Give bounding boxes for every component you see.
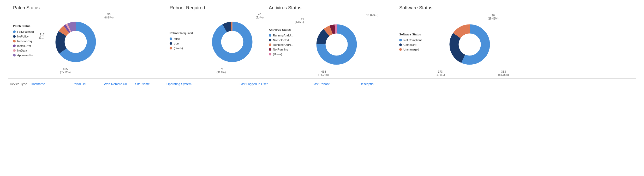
sw-legend-unmanaged: Unmanaged [399, 48, 425, 51]
legend-label-false: false [174, 37, 180, 40]
software-section: Software Status Software Status Not Comp… [394, 5, 524, 68]
col-site-name: Site Name [133, 81, 164, 87]
sw-legend-compliant: Compliant [399, 43, 425, 46]
legend-label-true: true [174, 42, 179, 45]
legend-dot-installerror [13, 45, 16, 47]
legend-label-nodata: NoData [17, 49, 27, 52]
antivirus-legend: Antivirus Status RunningAndU... NotDetec… [269, 28, 295, 56]
software-legend: Software Status Not Compliant Compliant … [399, 33, 425, 51]
dashboard: Patch Status Patch Status FullyPatched N… [0, 0, 644, 92]
label-96: 96(15.43%) [488, 14, 498, 20]
sw-label-unmanaged: Unmanaged [403, 48, 419, 51]
antivirus-section: Antivirus Status Antivirus Status Runnin… [264, 5, 394, 68]
sw-dot-compliant [399, 43, 402, 46]
legend-item-5: ApprovedPe... [13, 54, 39, 57]
legend-label-fullpatched: FullyPatched [17, 30, 34, 33]
legend-item-0: FullyPatched [13, 30, 39, 33]
software-legend-title: Software Status [399, 33, 425, 36]
col-last-reboot: Last Reboot [311, 81, 357, 87]
software-svg [446, 21, 493, 68]
reboot-legend-false: false [170, 37, 196, 40]
software-title: Software Status [399, 5, 519, 11]
sw-label-notcompliant: Not Compliant [403, 39, 422, 42]
col-description: Descriptio [357, 81, 397, 87]
label-468: 468(75.24%) [318, 70, 329, 76]
patch-status-legend: Patch Status FullyPatched NoPolicy Reboo… [13, 24, 39, 57]
patch-status-section: Patch Status Patch Status FullyPatched N… [8, 5, 164, 65]
patch-status-svg [52, 18, 99, 65]
legend-label-nopolicy: NoPolicy [17, 35, 28, 38]
legend-label-blank: (Blank) [174, 47, 183, 50]
antivirus-content: Antivirus Status RunningAndU... NotDetec… [269, 16, 389, 68]
label-55: 55(8.84%) [104, 13, 114, 19]
label-43: 43 (6.9...) [366, 13, 378, 16]
av-label-blank: (Blank) [273, 53, 282, 56]
col-device-type: Device Type [8, 81, 29, 87]
av-dot-running-u [269, 34, 271, 37]
sw-label-compliant: Compliant [403, 43, 416, 46]
col-last-user: Last Logged In User [237, 81, 311, 87]
av-label-notdetected: NotDetected [273, 39, 289, 42]
av-dot-running-n [269, 43, 271, 46]
donut-hole-sw [462, 37, 478, 52]
av-dot-notrunning [269, 48, 271, 51]
antivirus-title: Antivirus Status [269, 5, 389, 11]
reboot-donut: 46(7.4%) 571(91.8%) [209, 18, 256, 65]
table-header: Device Type Hostname Portal Url Web Remo… [8, 78, 636, 87]
antivirus-donut: 43 (6.9...) 84(13.5...) 468(75.24%) [313, 21, 360, 68]
col-os: Operating System [164, 81, 237, 87]
legend-item-2: RebootRequ... [13, 40, 39, 43]
patch-status-content: Patch Status FullyPatched NoPolicy Reboo… [13, 16, 159, 65]
reboot-svg [209, 18, 256, 65]
legend-dot-blank [170, 47, 172, 49]
antivirus-legend-title: Antivirus Status [269, 28, 295, 31]
col-portal-url[interactable]: Portal Url [70, 81, 102, 87]
sw-dot-notcompliant [399, 39, 402, 41]
reboot-required-title: Reboot Required [170, 5, 258, 11]
reboot-required-section: Reboot Required Reboot Required false tr… [164, 5, 264, 65]
legend-item-4: NoData [13, 49, 39, 52]
donut-hole [68, 34, 84, 50]
av-legend-running-n: RunningAndN... [269, 43, 295, 46]
label-173: 173(27.8...) [436, 70, 445, 76]
av-legend-notdetected: NotDetected [269, 39, 295, 42]
av-label-notrunning: NotRunning [273, 48, 288, 51]
legend-dot-false [170, 37, 172, 40]
av-label-running-n: RunningAndN... [273, 43, 293, 46]
legend-label-approvedpe: ApprovedPe... [17, 54, 35, 57]
reboot-legend-blank: (Blank) [170, 47, 196, 50]
av-label-running-u: RunningAndU... [273, 34, 293, 37]
label-405: 405(65.11%) [60, 67, 71, 74]
legend-item-1: NoPolicy [13, 35, 39, 38]
legend-label-installerror: InstallError [17, 44, 31, 47]
reboot-legend-true: true [170, 42, 196, 45]
label-353: 353(56.75%) [498, 70, 509, 76]
software-content: Software Status Not Compliant Compliant … [399, 16, 519, 68]
legend-item-3: InstallError [13, 44, 39, 47]
col-hostname[interactable]: Hostname [29, 81, 70, 87]
col-web-remote-url[interactable]: Web Remote Url [102, 81, 133, 87]
software-donut: 96(15.43%) 173(27.8...) 353(56.75%) [446, 21, 493, 68]
label-84: 84(13.5...) [295, 17, 304, 23]
label-571: 571(91.8%) [217, 67, 226, 74]
av-dot-notdetected [269, 39, 271, 41]
av-legend-blank: (Blank) [269, 53, 295, 56]
patch-status-title: Patch Status [13, 5, 159, 11]
legend-dot-approvedpe [13, 54, 16, 56]
legend-dot-nopolicy [13, 35, 16, 38]
legend-label-rebootrequ: RebootRequ... [17, 40, 36, 43]
legend-dot-fullpatched [13, 30, 16, 33]
label-46: 46(7.4%) [256, 13, 264, 19]
av-legend-notrunning: NotRunning [269, 48, 295, 51]
legend-dot-nodata [13, 49, 16, 52]
reboot-required-content: Reboot Required false true (Blank) [170, 16, 258, 65]
reboot-required-legend: Reboot Required false true (Blank) [170, 32, 196, 50]
sw-legend-notcompliant: Not Compliant [399, 39, 425, 42]
donut-hole-reboot [224, 34, 240, 50]
sw-dot-unmanaged [399, 48, 402, 51]
patch-status-legend-title: Patch Status [13, 24, 39, 28]
donut-hole-av [329, 37, 344, 52]
legend-dot-rebootrequ [13, 40, 16, 42]
av-legend-running-u: RunningAndU... [269, 34, 295, 37]
reboot-legend-title: Reboot Required [170, 32, 196, 35]
